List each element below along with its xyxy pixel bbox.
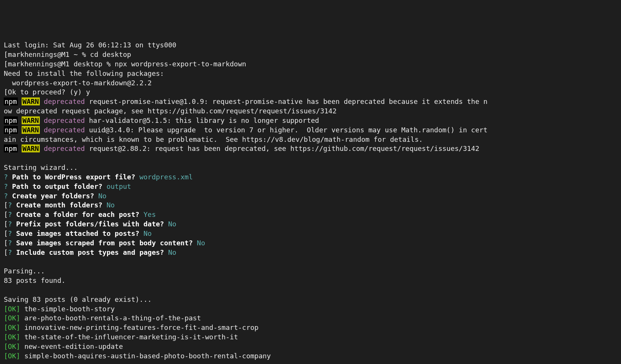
warn-text: request@2.88.2: request has been depreca… bbox=[85, 144, 479, 152]
npm-tag: npm bbox=[4, 144, 18, 152]
question-mark: ? bbox=[4, 173, 8, 181]
question-mark: ? bbox=[8, 220, 12, 228]
post-ok-2: [OK] are-photo-booth-rentals-a-thing-of-… bbox=[4, 314, 617, 323]
prompt-line-2: [markhennings@M1 desktop % npx wordpress… bbox=[4, 60, 617, 69]
question-mark: ? bbox=[8, 210, 12, 218]
question-text: Prefix post folders/files with date? bbox=[12, 220, 168, 228]
blank-line bbox=[4, 257, 617, 267]
question-mark: ? bbox=[8, 239, 12, 247]
warn-text: har-validator@5.1.5: this library is no … bbox=[85, 116, 319, 124]
wizard-q6: [? Prefix post folders/files with date? … bbox=[4, 220, 617, 229]
npm-tag: npm bbox=[4, 116, 18, 124]
warn-line-3b: ain circumstances, which is known to be … bbox=[4, 135, 617, 144]
bracket: [ bbox=[4, 248, 8, 256]
wizard-q4: [? Create month folders? No bbox=[4, 201, 617, 210]
answer-text: No bbox=[143, 229, 152, 237]
bracket: [ bbox=[4, 201, 8, 209]
blank-line bbox=[4, 286, 617, 295]
question-text: Create month folders? bbox=[12, 201, 107, 209]
answer-text: No bbox=[168, 248, 177, 256]
deprecated-label: deprecated bbox=[44, 97, 85, 105]
wizard-q9: [? Include custom post types and pages? … bbox=[4, 248, 617, 257]
terminal-output[interactable]: Last login: Sat Aug 26 06:12:13 on ttys0… bbox=[4, 41, 617, 361]
install-pkg-line: wordpress-export-to-markdown@2.2.2 bbox=[4, 78, 617, 88]
wizard-q1: ? Path to WordPress export file? wordpre… bbox=[4, 173, 617, 182]
answer-text: No bbox=[168, 220, 177, 228]
warn-line-4: npm WARN deprecated request@2.88.2: requ… bbox=[4, 144, 617, 154]
deprecated-label: deprecated bbox=[44, 116, 85, 124]
answer-text: No bbox=[98, 192, 107, 200]
post-slug: the-state-of-the-influencer-marketing-is… bbox=[20, 333, 238, 341]
ok-tag: [OK] bbox=[4, 305, 20, 313]
ok-tag: [OK] bbox=[4, 342, 20, 350]
post-ok-3: [OK] innovative-new-printing-features-fo… bbox=[4, 323, 617, 333]
answer-text: No bbox=[107, 201, 115, 209]
wizard-q7: [? Save images attached to posts? No bbox=[4, 229, 617, 238]
bracket: [ bbox=[4, 229, 8, 237]
post-ok-4: [OK] the-state-of-the-influencer-marketi… bbox=[4, 333, 617, 342]
warn-line-1b: ow deprecated request package, see https… bbox=[4, 107, 617, 116]
question-mark: ? bbox=[4, 192, 8, 200]
question-text: Create year folders? bbox=[8, 192, 98, 200]
question-text: Path to WordPress export file? bbox=[8, 173, 140, 181]
posts-found-line: 83 posts found. bbox=[4, 276, 617, 286]
warn-tag: WARN bbox=[22, 126, 39, 134]
last-login-line: Last login: Sat Aug 26 06:12:13 on ttys0… bbox=[4, 41, 617, 50]
warn-text: request-promise-native@1.0.9: request-pr… bbox=[85, 97, 488, 105]
post-ok-5: [OK] new-event-edition-update bbox=[4, 342, 617, 351]
post-slug: the-simple-booth-story bbox=[20, 305, 114, 313]
question-mark: ? bbox=[8, 201, 12, 209]
answer-text: output bbox=[107, 182, 131, 190]
question-text: Save images scraped from post body conte… bbox=[12, 239, 197, 247]
bracket: [ bbox=[4, 220, 8, 228]
warn-line-2: npm WARN deprecated har-validator@5.1.5:… bbox=[4, 116, 617, 126]
warn-text: uuid@3.4.0: Please upgrade to version 7 … bbox=[85, 126, 488, 134]
bracket: [ bbox=[4, 239, 8, 247]
question-mark: ? bbox=[4, 182, 8, 190]
wizard-q2: ? Path to output folder? output bbox=[4, 182, 617, 191]
ok-tag: [OK] bbox=[4, 352, 20, 360]
deprecated-label: deprecated bbox=[44, 126, 85, 134]
warn-line-3: npm WARN deprecated uuid@3.4.0: Please u… bbox=[4, 126, 617, 135]
answer-text: Yes bbox=[143, 210, 156, 218]
bracket: [ bbox=[4, 210, 8, 218]
post-slug: new-event-edition-update bbox=[20, 342, 123, 350]
warn-tag: WARN bbox=[22, 144, 39, 152]
parsing-line: Parsing... bbox=[4, 267, 617, 276]
question-text: Create a folder for each post? bbox=[12, 210, 144, 218]
wizard-q3: ? Create year folders? No bbox=[4, 191, 617, 201]
post-slug: simple-booth-aquires-austin-based-photo-… bbox=[20, 352, 271, 360]
wizard-q5: [? Create a folder for each post? Yes bbox=[4, 210, 617, 220]
install-proceed-line: [Ok to proceed? (y) y bbox=[4, 88, 617, 97]
post-slug: innovative-new-printing-features-force-f… bbox=[20, 323, 259, 331]
install-need-line: Need to install the following packages: bbox=[4, 69, 617, 78]
blank-line bbox=[4, 154, 617, 163]
ok-tag: [OK] bbox=[4, 323, 20, 331]
saving-line: Saving 83 posts (0 already exist)... bbox=[4, 295, 617, 304]
question-mark: ? bbox=[8, 229, 12, 237]
npm-tag: npm bbox=[4, 97, 18, 105]
wizard-q8: [? Save images scraped from post body co… bbox=[4, 238, 617, 248]
answer-text: No bbox=[197, 239, 205, 247]
question-text: Include custom post types and pages? bbox=[12, 248, 168, 256]
ok-tag: [OK] bbox=[4, 314, 20, 322]
post-ok-1: [OK] the-simple-booth-story bbox=[4, 304, 617, 314]
post-ok-6: [OK] simple-booth-aquires-austin-based-p… bbox=[4, 351, 617, 361]
question-mark: ? bbox=[8, 248, 12, 256]
question-text: Path to output folder? bbox=[8, 182, 107, 190]
answer-text: wordpress.xml bbox=[140, 173, 193, 181]
deprecated-label: deprecated bbox=[44, 144, 85, 152]
warn-tag: WARN bbox=[22, 116, 39, 124]
ok-tag: [OK] bbox=[4, 333, 20, 341]
warn-line-1: npm WARN deprecated request-promise-nati… bbox=[4, 97, 617, 107]
post-slug: are-photo-booth-rentals-a-thing-of-the-p… bbox=[20, 314, 201, 322]
prompt-line-1: [markhennings@M1 ~ % cd desktop bbox=[4, 50, 617, 60]
question-text: Save images attached to posts? bbox=[12, 229, 144, 237]
starting-wizard-line: Starting wizard... bbox=[4, 163, 617, 173]
npm-tag: npm bbox=[4, 126, 18, 134]
warn-tag: WARN bbox=[22, 97, 39, 105]
